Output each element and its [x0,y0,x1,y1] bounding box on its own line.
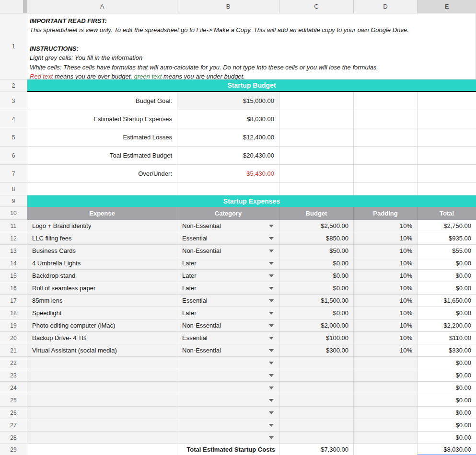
select-all-corner[interactable] [0,0,23,13]
empty-cell[interactable] [418,183,476,195]
dropdown-arrow-icon[interactable] [269,237,274,240]
budget-value-cell[interactable]: $15,000.00 [177,92,279,110]
budget-amount-cell[interactable] [279,432,354,444]
budget-amount-cell[interactable]: $2,500.00 [279,220,354,232]
category-dropdown-cell[interactable] [177,394,279,407]
padding-percent-cell[interactable]: 10% [354,344,418,357]
expense-name-cell[interactable]: LLC filing fees [27,232,177,245]
dropdown-arrow-icon[interactable] [269,262,274,265]
row-header[interactable]: 4 [0,110,27,128]
category-dropdown-cell[interactable] [177,432,279,444]
empty-cell[interactable] [354,444,418,455]
budget-value-cell[interactable]: $12,400.00 [177,128,279,147]
empty-cell[interactable] [354,92,418,110]
expense-name-cell[interactable]: Backup Drive- 4 TB [27,332,177,344]
budget-amount-cell[interactable] [279,407,354,419]
budget-value-cell[interactable]: $8,030.00 [177,110,279,128]
expense-name-cell[interactable]: Business Cards [27,245,177,257]
total-amount-cell[interactable]: $2,200.00 [418,319,476,332]
dropdown-arrow-icon[interactable] [269,312,274,315]
empty-cell[interactable] [27,444,177,455]
empty-cell[interactable] [354,165,418,183]
column-header-b[interactable]: B [177,0,279,13]
row-header[interactable]: 15 [0,270,27,282]
expense-name-cell[interactable]: Logo + Brand identity [27,220,177,232]
total-amount-cell[interactable]: $0.00 [418,357,476,369]
row-header-29[interactable]: 29 [0,444,27,455]
row-header[interactable]: 27 [0,419,27,432]
dropdown-arrow-icon[interactable] [269,362,274,364]
header-category[interactable]: Category [177,207,279,220]
total-amount-cell[interactable]: $2,750.00 [418,220,476,232]
dropdown-arrow-icon[interactable] [269,374,274,377]
row-header[interactable]: 24 [0,382,27,394]
row-header[interactable]: 26 [0,407,27,419]
expense-name-cell[interactable]: Speedlight [27,307,177,319]
total-amount-cell[interactable]: $0.00 [418,257,476,270]
empty-cell[interactable] [279,165,354,183]
total-amount-cell[interactable]: $0.00 [418,369,476,382]
padding-percent-cell[interactable]: 10% [354,282,418,295]
notes-cell[interactable]: IMPORTANT READ FIRST: This spreadsheet i… [27,13,476,80]
expense-name-cell[interactable] [27,394,177,407]
row-header[interactable]: 25 [0,394,27,407]
padding-percent-cell[interactable]: 10% [354,319,418,332]
total-amount-cell[interactable]: $0.00 [418,307,476,319]
dropdown-arrow-icon[interactable] [269,225,274,228]
category-dropdown-cell[interactable] [177,407,279,419]
row-header-1[interactable]: 1 [0,13,27,80]
expense-name-cell[interactable]: Photo editing computer (iMac) [27,319,177,332]
header-padding[interactable]: Padding [354,207,418,220]
budget-label-cell[interactable]: Estimated Losses [27,128,177,147]
category-dropdown-cell[interactable] [177,419,279,432]
budget-amount-cell[interactable] [279,357,354,369]
empty-cell[interactable] [418,128,476,147]
total-amount-cell[interactable]: $0.00 [418,382,476,394]
frozen-pane-divider[interactable] [23,0,27,13]
expense-name-cell[interactable] [27,382,177,394]
row-header-10[interactable]: 10 [0,207,27,220]
empty-cell[interactable] [354,147,418,165]
dropdown-arrow-icon[interactable] [269,287,274,290]
row-header[interactable]: 21 [0,344,27,357]
grand-total-cell[interactable]: $8,030.00 [418,444,476,455]
budget-amount-cell[interactable] [279,369,354,382]
budget-amount-cell[interactable]: $100.00 [279,332,354,344]
padding-percent-cell[interactable]: 10% [354,270,418,282]
row-header[interactable]: 5 [0,128,27,147]
category-dropdown-cell[interactable]: Later [177,307,279,319]
budget-amount-cell[interactable]: $0.00 [279,307,354,319]
row-header[interactable]: 28 [0,432,27,444]
budget-amount-cell[interactable] [279,382,354,394]
dropdown-arrow-icon[interactable] [269,337,274,340]
budget-amount-cell[interactable] [279,394,354,407]
dropdown-arrow-icon[interactable] [269,387,274,389]
budget-label-cell[interactable]: Toal Estimated Budget [27,147,177,165]
row-header[interactable]: 12 [0,232,27,245]
budget-value-cell[interactable]: $5,430.00 [177,165,279,183]
row-header[interactable]: 13 [0,245,27,257]
header-expense[interactable]: Expense [27,207,177,220]
category-dropdown-cell[interactable]: Later [177,257,279,270]
padding-percent-cell[interactable] [354,432,418,444]
expense-name-cell[interactable]: Backdrop stand [27,270,177,282]
empty-cell[interactable] [354,128,418,147]
total-budget-cell[interactable]: $7,300.00 [279,444,354,455]
category-dropdown-cell[interactable]: Non-Essential [177,319,279,332]
padding-percent-cell[interactable] [354,394,418,407]
padding-percent-cell[interactable] [354,382,418,394]
budget-label-cell[interactable]: Over/Under: [27,165,177,183]
budget-amount-cell[interactable]: $50.00 [279,245,354,257]
row-header[interactable]: 18 [0,307,27,319]
dropdown-arrow-icon[interactable] [269,349,274,352]
expense-name-cell[interactable] [27,432,177,444]
budget-label-cell[interactable]: Estimated Startup Expenses [27,110,177,128]
total-amount-cell[interactable]: $0.00 [418,407,476,419]
empty-cell[interactable] [418,165,476,183]
expense-name-cell[interactable] [27,407,177,419]
row-header[interactable]: 19 [0,319,27,332]
budget-amount-cell[interactable]: $1,500.00 [279,295,354,307]
category-dropdown-cell[interactable]: Non-Essential [177,344,279,357]
category-dropdown-cell[interactable]: Non-Essential [177,245,279,257]
padding-percent-cell[interactable] [354,419,418,432]
